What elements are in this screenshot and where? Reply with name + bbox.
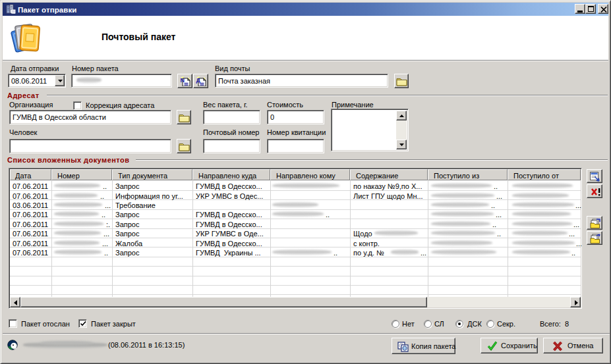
svg-text:Д: Д — [196, 77, 201, 84]
svg-text:N: N — [181, 77, 185, 84]
